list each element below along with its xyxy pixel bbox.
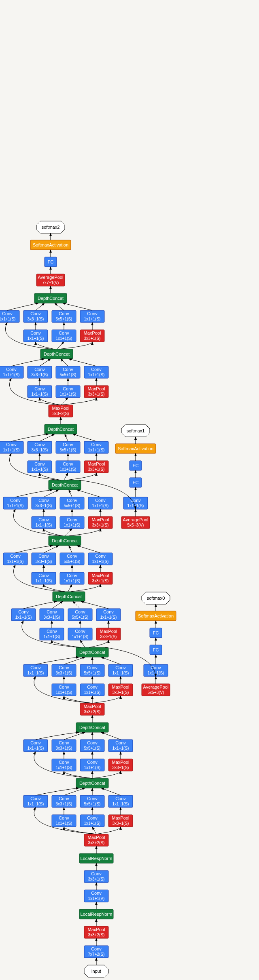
inc9: Conv1x1+1(S) Conv1x1+1(S) MaxPool3x3+1(S… — [0, 293, 104, 349]
svg-text:Conv: Conv — [30, 331, 41, 335]
svg-text:3x3+2(S): 3x3+2(S) — [84, 710, 101, 714]
svg-text:Conv: Conv — [59, 740, 69, 745]
svg-text:Conv: Conv — [59, 816, 69, 820]
svg-text:Conv: Conv — [91, 442, 102, 447]
svg-text:Conv: Conv — [18, 609, 29, 614]
svg-text:7x7+1(V): 7x7+1(V) — [42, 280, 59, 285]
svg-text:MaxPool: MaxPool — [112, 760, 130, 765]
svg-text:5x5+1(S): 5x5+1(S) — [64, 504, 81, 508]
svg-text:Conv: Conv — [87, 760, 98, 765]
svg-text:5x5+1(S): 5x5+1(S) — [84, 802, 101, 806]
svg-text:3x3+1(S): 3x3+1(S) — [113, 690, 129, 695]
svg-text:MaxPool: MaxPool — [112, 816, 130, 820]
svg-text:MaxPool: MaxPool — [92, 573, 109, 578]
svg-text:Conv: Conv — [75, 609, 85, 614]
svg-text:SoftmaxActivation: SoftmaxActivation — [33, 242, 68, 247]
svg-text:MaxPool: MaxPool — [112, 685, 130, 689]
svg-text:input: input — [91, 969, 101, 974]
maxpool-c: MaxPool3x3+2(S) — [80, 703, 104, 715]
svg-text:3x3+1(S): 3x3+1(S) — [56, 802, 72, 806]
svg-text:1x1+1(S): 1x1+1(S) — [92, 504, 109, 508]
svg-text:3x3+1(S): 3x3+1(S) — [56, 746, 72, 750]
svg-text:DepthConcat: DepthConcat — [56, 594, 82, 599]
svg-text:3x3+2(S): 3x3+2(S) — [53, 411, 69, 416]
svg-text:1x1+1(S): 1x1+1(S) — [28, 802, 44, 806]
svg-text:Conv: Conv — [38, 498, 49, 503]
svg-text:DepthConcat: DepthConcat — [52, 538, 78, 543]
svg-text:Conv: Conv — [151, 665, 161, 670]
svg-text:3x3+1(S): 3x3+1(S) — [113, 821, 129, 826]
svg-text:5x5+3(V): 5x5+3(V) — [127, 523, 144, 527]
svg-text:3x3+1(S): 3x3+1(S) — [88, 877, 105, 881]
svg-text:1x1+1(S): 1x1+1(S) — [60, 467, 76, 472]
svg-text:Conv: Conv — [2, 311, 13, 316]
svg-text:Conv: Conv — [63, 367, 73, 372]
svg-text:5x5+1(S): 5x5+1(S) — [64, 559, 81, 564]
svg-text:5x5+3(V): 5x5+3(V) — [148, 690, 164, 695]
svg-text:LocalRespNorm: LocalRespNorm — [81, 912, 113, 917]
svg-text:Conv: Conv — [34, 462, 45, 466]
svg-text:1x1+1(S): 1x1+1(S) — [92, 559, 109, 564]
svg-text:5x5+1(S): 5x5+1(S) — [84, 746, 101, 750]
conv-1x1-v: Conv 1x1+1(V) — [84, 890, 108, 902]
svg-text:3x3+1(S): 3x3+1(S) — [100, 634, 117, 639]
svg-text:AveragePool: AveragePool — [38, 275, 64, 280]
svg-text:1x1+1(S): 1x1+1(S) — [3, 373, 20, 377]
inc6: Conv1x1+1(S) Conv1x1+1(S) MaxPool3x3+1(S… — [3, 480, 113, 536]
inc1: Conv1x1+1(S) Conv1x1+1(S) MaxPool3x3+1(S… — [23, 778, 133, 834]
softmax-act: SoftmaxActivation — [30, 240, 71, 250]
svg-text:3x3+1(S): 3x3+1(S) — [88, 392, 105, 396]
svg-text:MaxPool: MaxPool — [88, 927, 105, 932]
maxpool-d: MaxPool3x3+2(S) — [49, 405, 73, 417]
inc5: Conv1x1+1(S) Conv1x1+1(S) MaxPool3x3+1(S… — [3, 536, 113, 592]
svg-text:Conv: Conv — [38, 517, 49, 522]
svg-text:1x1+1(S): 1x1+1(S) — [84, 317, 101, 321]
svg-text:1x1+1(S): 1x1+1(S) — [88, 448, 105, 452]
svg-text:Conv: Conv — [10, 554, 21, 558]
svg-text:Conv: Conv — [59, 331, 69, 335]
svg-text:Conv: Conv — [59, 311, 69, 316]
avgpool: AveragePool7x7+1(V) — [36, 274, 65, 286]
fc-top: FC — [45, 257, 57, 267]
svg-text:SoftmaxActivation: SoftmaxActivation — [118, 446, 153, 451]
svg-text:1x1+1(S): 1x1+1(S) — [72, 634, 89, 639]
svg-text:1x1+1(S): 1x1+1(S) — [28, 671, 44, 675]
svg-text:3x3+1(S): 3x3+1(S) — [32, 373, 48, 377]
aux1: AveragePool5x5+3(V) Conv1x1+1(S) FC FC S… — [79, 425, 156, 529]
svg-text:Conv: Conv — [67, 573, 77, 578]
svg-text:SoftmaxActivation: SoftmaxActivation — [138, 613, 174, 618]
svg-text:Conv: Conv — [34, 386, 45, 391]
svg-text:Conv: Conv — [67, 554, 77, 558]
svg-text:AveragePool: AveragePool — [143, 685, 169, 689]
svg-text:DepthConcat: DepthConcat — [79, 781, 105, 786]
svg-text:Conv: Conv — [38, 554, 49, 558]
svg-text:Conv: Conv — [91, 367, 102, 372]
svg-text:5x5+1(S): 5x5+1(S) — [56, 317, 72, 321]
svg-text:Conv: Conv — [63, 462, 73, 466]
inc8: Conv1x1+1(S) Conv1x1+1(S) MaxPool3x3+1(S… — [0, 349, 108, 405]
svg-text:MaxPool: MaxPool — [52, 406, 70, 411]
svg-text:Conv: Conv — [87, 311, 98, 316]
svg-text:1x1+1(S): 1x1+1(S) — [84, 765, 101, 770]
svg-text:Conv: Conv — [95, 498, 106, 503]
svg-text:1x1+1(S): 1x1+1(S) — [0, 317, 15, 321]
svg-text:3x3+1(S): 3x3+1(S) — [32, 448, 48, 452]
svg-text:Conv: Conv — [115, 665, 126, 670]
svg-text:Conv: Conv — [30, 665, 41, 670]
svg-text:1x1+1(S): 1x1+1(S) — [56, 690, 72, 695]
svg-text:Conv: Conv — [87, 796, 98, 801]
svg-text:AveragePool: AveragePool — [123, 517, 149, 522]
svg-text:1x1+1(S): 1x1+1(S) — [113, 671, 129, 675]
svg-text:Conv: Conv — [30, 311, 41, 316]
svg-text:Conv: Conv — [87, 816, 98, 820]
svg-text:3x3+1(S): 3x3+1(S) — [44, 615, 60, 620]
svg-text:1x1+1(S): 1x1+1(S) — [36, 523, 52, 527]
svg-text:1x1+1(S): 1x1+1(S) — [127, 504, 144, 508]
svg-text:Conv: Conv — [67, 498, 77, 503]
svg-text:3x3+2(S): 3x3+2(S) — [88, 933, 105, 937]
softmax2: softmax2 — [36, 221, 65, 233]
svg-text:DepthConcat: DepthConcat — [48, 427, 74, 432]
svg-text:Conv: Conv — [115, 796, 126, 801]
svg-text:1x1+1(S): 1x1+1(S) — [64, 579, 81, 583]
svg-text:1x1+1(S): 1x1+1(S) — [28, 746, 44, 750]
